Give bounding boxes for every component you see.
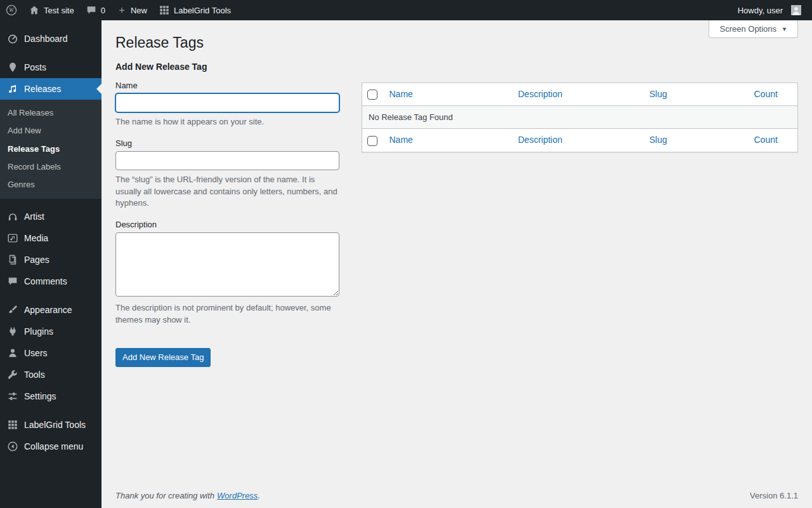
sort-description-link-bottom[interactable]: Description [518, 135, 563, 145]
sidebar-item-label: Dashboard [24, 34, 68, 44]
collapse-menu-button[interactable]: Collapse menu [0, 436, 102, 457]
comments-menu[interactable]: 0 [80, 0, 111, 20]
avatar [791, 5, 801, 15]
sidebar-item-label: Tools [24, 370, 45, 380]
chevron-down-icon: ▼ [782, 26, 787, 32]
sort-count-link-bottom[interactable]: Count [754, 135, 778, 145]
slug-help-text: The “slug” is the URL-friendly version o… [115, 174, 339, 210]
release-tags-table: Name Description Slug Count No Release T… [362, 83, 798, 152]
releases-submenu: All Releases Add New Release Tags Record… [0, 100, 102, 199]
submenu-item-release-tags[interactable]: Release Tags [0, 140, 102, 158]
empty-message: No Release Tag Found [362, 106, 798, 129]
comments-icon [6, 276, 18, 287]
site-name-menu[interactable]: Test site [23, 0, 80, 20]
submenu-item-all-releases[interactable]: All Releases [0, 104, 102, 122]
sidebar-item-tools[interactable]: Tools [0, 364, 102, 385]
select-all-checkbox[interactable] [367, 90, 377, 100]
sidebar-item-dashboard[interactable]: Dashboard [0, 28, 102, 50]
plugin-icon [6, 326, 18, 337]
table-header: Name Description Slug Count [362, 83, 798, 106]
sidebar-item-plugins[interactable]: Plugins [0, 321, 102, 342]
sidebar-item-label: Plugins [24, 326, 53, 337]
table-footer: Name Description Slug Count [362, 129, 798, 152]
main-content: Screen Options ▼ Release Tags Add New Re… [102, 0, 812, 508]
table-body: No Release Tag Found [362, 106, 798, 129]
sort-name-link[interactable]: Name [390, 89, 413, 99]
admin-footer: Thank you for creating withWordPress. Ve… [102, 491, 812, 508]
sidebar-item-label: Pages [24, 255, 49, 265]
sidebar-item-label: Artist [24, 211, 44, 222]
wordpress-logo-icon: W [6, 4, 17, 16]
tags-table-container: Name Description Slug Count No Release T… [362, 62, 798, 152]
collapse-arrow-icon [6, 441, 18, 452]
thanks-suffix: . [258, 491, 260, 500]
menu-separator [0, 407, 102, 414]
sidebar-item-users[interactable]: Users [0, 342, 102, 364]
sidebar-item-pages[interactable]: Pages [0, 249, 102, 271]
sidebar-item-label: Posts [24, 62, 46, 72]
sidebar-item-settings[interactable]: Settings [0, 385, 102, 407]
thanks-prefix: Thank you for creating with [115, 491, 214, 500]
howdy-label: Howdy, user [738, 6, 783, 15]
grid-icon [159, 4, 170, 16]
home-icon [29, 4, 40, 16]
headphones-icon [6, 211, 18, 222]
add-new-release-tag-button[interactable]: Add New Release Tag [115, 348, 211, 367]
column-footer-name: Name [383, 129, 512, 152]
menu-separator [0, 199, 102, 206]
sidebar-item-label: Media [24, 233, 48, 243]
column-footer-count: Count [748, 129, 798, 152]
sidebar-item-label: Comments [24, 276, 67, 286]
add-tag-form: Add New Release Tag Name The name is how… [115, 62, 339, 367]
brush-icon [6, 304, 18, 316]
dashboard-icon [6, 33, 18, 44]
submenu-item-add-new[interactable]: Add New [0, 122, 102, 140]
select-all-cell-bottom [362, 129, 383, 152]
labelgrid-tools-menu[interactable]: LabelGrid Tools [153, 0, 237, 20]
form-heading: Add New Release Tag [115, 62, 339, 72]
new-content-menu[interactable]: ＋ New [111, 0, 153, 20]
submenu-item-record-labels[interactable]: Record Labels [0, 158, 102, 176]
sidebar-item-posts[interactable]: Posts [0, 57, 102, 78]
admin-bar: W Test site 0 ＋ New LabelGrid Tools [0, 0, 812, 20]
account-menu[interactable]: Howdy, user [732, 0, 807, 20]
sort-count-link[interactable]: Count [754, 89, 778, 99]
svg-text:W: W [9, 7, 15, 13]
pin-icon [6, 62, 18, 73]
sort-description-link[interactable]: Description [518, 89, 563, 99]
sidebar-item-releases[interactable]: Releases [0, 78, 102, 100]
sidebar-item-label: LabelGrid Tools [24, 420, 86, 430]
table-header-row: Name Description Slug Count [362, 83, 798, 106]
sidebar-item-artist[interactable]: Artist [0, 206, 102, 227]
collapse-menu-label: Collapse menu [24, 441, 83, 451]
slug-input[interactable] [115, 151, 339, 170]
sort-name-link-bottom[interactable]: Name [390, 135, 413, 145]
name-input[interactable] [115, 93, 339, 112]
admin-sidebar: Dashboard Posts Releases All Releases Ad… [0, 20, 102, 508]
sidebar-item-appearance[interactable]: Appearance [0, 299, 102, 321]
labelgrid-label: LabelGrid Tools [174, 6, 231, 15]
submenu-item-genres[interactable]: Genres [0, 176, 102, 194]
wordpress-logo-menu[interactable]: W [0, 0, 23, 20]
sidebar-item-label: Users [24, 348, 48, 358]
column-header-name: Name [383, 83, 512, 106]
sort-slug-link-bottom[interactable]: Slug [650, 135, 667, 145]
grid-icon [6, 419, 18, 431]
sidebar-item-labelgrid-tools[interactable]: LabelGrid Tools [0, 414, 102, 436]
empty-row: No Release Tag Found [362, 106, 798, 129]
sidebar-item-media[interactable]: Media [0, 227, 102, 249]
menu-separator [0, 50, 102, 57]
description-textarea[interactable] [115, 232, 339, 297]
wordpress-link[interactable]: WordPress [217, 491, 258, 500]
footer-thanks-text: Thank you for creating withWordPress. [115, 491, 260, 500]
column-header-slug: Slug [643, 83, 748, 106]
footer-version: Version 6.1.1 [750, 491, 798, 500]
two-column-layout: Add New Release Tag Name The name is how… [115, 62, 798, 367]
sidebar-item-comments[interactable]: Comments [0, 271, 102, 292]
slug-field-group: Slug The “slug” is the URL-friendly vers… [115, 138, 339, 210]
table-footer-row: Name Description Slug Count [362, 129, 798, 152]
sliders-icon [6, 391, 18, 402]
screen-options-button[interactable]: Screen Options ▼ [709, 20, 798, 38]
sort-slug-link[interactable]: Slug [650, 89, 667, 99]
select-all-checkbox-bottom[interactable] [367, 136, 377, 146]
